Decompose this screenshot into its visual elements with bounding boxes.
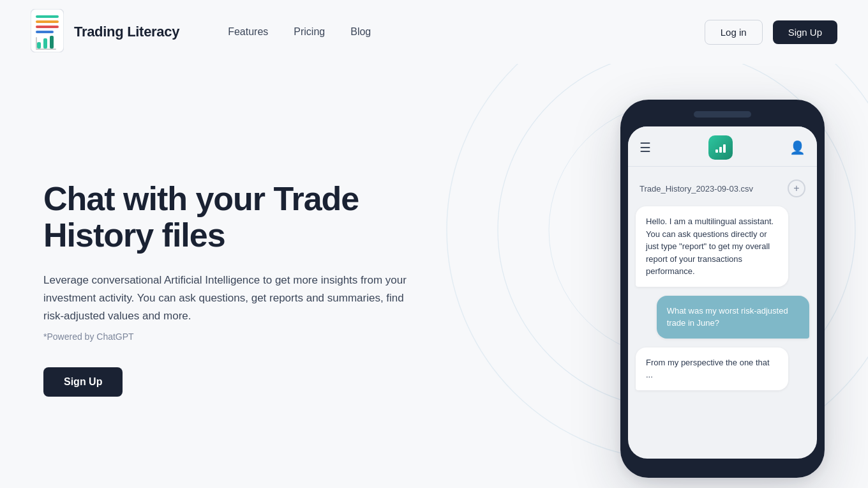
svg-rect-2 [36, 20, 59, 23]
bot-message-1: Hello. I am a multilingual assistant. Yo… [636, 206, 788, 287]
phone-notch [694, 111, 751, 118]
nav-link-pricing[interactable]: Pricing [294, 26, 325, 38]
phone-file-name: Trade_History_2023-09-03.csv [640, 184, 753, 194]
add-file-button[interactable]: + [788, 179, 805, 197]
main-section: Chat with your Trade History files Lever… [0, 64, 868, 488]
navbar: Trading Literacy Features Pricing Blog L… [0, 0, 868, 64]
svg-rect-6 [43, 38, 47, 49]
phone-divider [628, 166, 817, 167]
signup-nav-button[interactable]: Sign Up [773, 20, 837, 44]
phone-topbar: ☰ 👤 [628, 126, 817, 166]
hero-right: ☰ 👤 Trade_History_2023-09-03.csv + [620, 100, 825, 478]
hero-left: Chat with your Trade History files Lever… [43, 181, 426, 397]
nav-link-blog[interactable]: Blog [350, 26, 371, 38]
phone-screen: ☰ 👤 Trade_History_2023-09-03.csv + [628, 126, 817, 459]
hero-description: Leverage conversational Artificial Intel… [43, 271, 426, 325]
user-message-1: What was my worst risk-adjusted trade in… [657, 296, 809, 339]
nav-left: Trading Literacy Features Pricing Blog [31, 9, 371, 55]
svg-rect-5 [37, 42, 41, 49]
logo[interactable] [31, 9, 64, 55]
nav-links: Features Pricing Blog [228, 26, 371, 38]
nav-right: Log in Sign Up [705, 20, 837, 45]
svg-rect-9 [36, 49, 56, 50]
phone-file-row: Trade_History_2023-09-03.csv + [628, 173, 817, 206]
svg-rect-7 [50, 36, 54, 49]
hero-powered: *Powered by ChatGPT [43, 332, 426, 342]
svg-rect-14 [719, 147, 722, 153]
chat-area: Hello. I am a multilingual assistant. Yo… [628, 206, 817, 400]
nav-link-features[interactable]: Features [228, 26, 268, 38]
hamburger-icon[interactable]: ☰ [640, 140, 651, 155]
bot-message-2: From my perspective the one that ... [636, 347, 788, 390]
svg-rect-15 [723, 144, 726, 153]
svg-rect-8 [36, 37, 37, 49]
phone-mockup: ☰ 👤 Trade_History_2023-09-03.csv + [620, 100, 825, 478]
brand-name: Trading Literacy [74, 24, 179, 40]
svg-rect-1 [36, 15, 59, 18]
phone-user-icon[interactable]: 👤 [789, 140, 805, 155]
svg-rect-4 [36, 31, 54, 33]
phone-app-icon [708, 135, 733, 160]
svg-rect-13 [715, 149, 718, 153]
signup-hero-button[interactable]: Sign Up [43, 367, 123, 397]
svg-rect-3 [36, 26, 59, 28]
login-button[interactable]: Log in [705, 20, 763, 45]
hero-title: Chat with your Trade History files [43, 181, 426, 254]
